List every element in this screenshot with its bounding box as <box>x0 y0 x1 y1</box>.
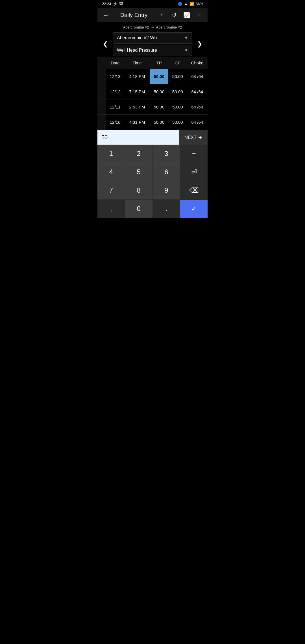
row-cp: 50.00 <box>168 99 187 115</box>
col-rownum <box>97 57 106 69</box>
key-9[interactable]: 9 <box>153 181 180 199</box>
key-−[interactable]: − <box>180 145 208 163</box>
breadcrumb-from: Abercrombie #2 <box>123 25 149 29</box>
row-cp: 50.00 <box>168 84 187 99</box>
key-0[interactable]: 0 <box>125 200 152 218</box>
key-6[interactable]: 6 <box>153 163 180 181</box>
row-date: 12/12 <box>106 84 125 99</box>
top-nav: ← Daily Entry + ↺ 📈 ≡ <box>97 8 208 22</box>
chart-icon: 📈 <box>183 12 190 18</box>
row-cp: 50.00 <box>168 115 187 130</box>
breadcrumb-arrow: → <box>151 25 154 29</box>
prev-button[interactable]: ❮ <box>100 34 111 54</box>
key-2[interactable]: 2 <box>125 145 152 163</box>
col-choke: Choke <box>187 57 208 69</box>
row-choke: 64 /64 <box>187 115 208 130</box>
table-row[interactable]: 12/104:31 PM50.0050.0064 /64 <box>97 115 208 130</box>
row-time: 4:31 PM <box>125 115 150 130</box>
well-dropdown-arrow: ▼ <box>184 36 188 40</box>
row-tp: 50.00 <box>150 99 168 115</box>
key-4[interactable]: 4 <box>97 163 125 181</box>
row-num <box>97 99 106 115</box>
key-✓[interactable]: ✓ <box>180 200 208 218</box>
row-num <box>97 69 106 84</box>
key-1[interactable]: 1 <box>97 145 125 163</box>
data-table: Date Time TP CP Choke 12/134:18 PM50.005… <box>97 57 208 130</box>
menu-button[interactable]: ≡ <box>194 10 204 20</box>
chart-button[interactable]: 📈 <box>182 10 192 20</box>
col-tp: TP <box>150 57 168 69</box>
table-row[interactable]: 12/112:53 PM50.0050.0064 /64 <box>97 99 208 115</box>
next-label: NEXT <box>184 135 197 140</box>
status-time: 22:24 <box>102 2 111 6</box>
measurement-dropdown[interactable]: Well Head Pressure ▼ <box>113 45 192 56</box>
signal-icon: 📶 <box>189 2 194 6</box>
next-nav-icon: ❯ <box>197 40 202 48</box>
well-dropdown[interactable]: Abercrombie #2 Wh ▼ <box>113 32 192 43</box>
lightning-icon: ⚡ <box>113 2 117 6</box>
row-choke: 64 /64 <box>187 99 208 115</box>
prev-icon: ❮ <box>103 40 108 48</box>
col-date: Date <box>106 57 125 69</box>
well-label: Abercrombie #2 Wh <box>117 35 157 40</box>
key-8[interactable]: 8 <box>125 181 152 199</box>
add-button[interactable]: + <box>157 10 167 20</box>
page-title: Daily Entry <box>113 12 154 18</box>
row-choke: 64 /64 <box>187 84 208 99</box>
breadcrumb-to: Abercrombie #2 <box>156 25 182 29</box>
status-bar: 22:24 ⚡ 🖼 🔵 ▲ 📶 86% <box>97 0 208 8</box>
row-date: 12/11 <box>106 99 125 115</box>
row-tp: 50.00 <box>150 115 168 130</box>
key-,[interactable]: , <box>97 200 125 218</box>
key-5[interactable]: 5 <box>125 163 152 181</box>
keyboard: 123−456⏎789⌫,0.✓ <box>97 145 208 218</box>
row-tp: 50.00 <box>150 69 168 84</box>
entry-input[interactable] <box>97 130 179 145</box>
back-icon: ← <box>103 12 109 18</box>
row-time: 2:53 PM <box>125 99 150 115</box>
measurement-dropdown-arrow: ▼ <box>184 48 188 53</box>
undo-button[interactable]: ↺ <box>169 10 179 20</box>
input-row: NEXT ➜ <box>97 130 208 145</box>
battery-level: 86% <box>196 2 203 6</box>
table-body: 12/134:18 PM50.0050.0064 /6412/127:15 PM… <box>97 69 208 130</box>
row-time: 7:15 PM <box>125 84 150 99</box>
key-3[interactable]: 3 <box>153 145 180 163</box>
add-icon: + <box>160 12 164 18</box>
menu-icon: ≡ <box>197 12 201 18</box>
row-time: 4:18 PM <box>125 69 150 84</box>
bluetooth-icon: 🔵 <box>178 2 182 6</box>
next-nav-button[interactable]: ❯ <box>194 34 205 54</box>
key-⌫[interactable]: ⌫ <box>180 181 208 199</box>
row-date: 12/10 <box>106 115 125 130</box>
gallery-icon: 🖼 <box>119 2 123 6</box>
col-time: Time <box>125 57 150 69</box>
breadcrumb: Abercrombie #2 → Abercrombie #2 <box>97 22 208 31</box>
row-cp: 50.00 <box>168 69 187 84</box>
next-arrow: ➜ <box>198 135 202 140</box>
next-button[interactable]: NEXT ➜ <box>179 130 208 145</box>
dropdown-row: ❮ Abercrombie #2 Wh ▼ Well Head Pressure… <box>97 31 208 57</box>
table-row[interactable]: 12/134:18 PM50.0050.0064 /64 <box>97 69 208 84</box>
dropdown-group: Abercrombie #2 Wh ▼ Well Head Pressure ▼ <box>113 32 192 56</box>
key-⏎[interactable]: ⏎ <box>180 163 208 181</box>
table-header-row: Date Time TP CP Choke <box>97 57 208 69</box>
key-7[interactable]: 7 <box>97 181 125 199</box>
row-num <box>97 115 106 130</box>
row-num <box>97 84 106 99</box>
key-.[interactable]: . <box>153 200 180 218</box>
undo-icon: ↺ <box>172 12 177 18</box>
measurement-label: Well Head Pressure <box>117 48 157 53</box>
col-cp: CP <box>168 57 187 69</box>
wifi-icon: ▲ <box>184 2 188 6</box>
back-button[interactable]: ← <box>101 10 111 20</box>
row-date: 12/13 <box>106 69 125 84</box>
row-choke: 64 /64 <box>187 69 208 84</box>
row-tp: 50.00 <box>150 84 168 99</box>
table-row[interactable]: 12/127:15 PM50.0050.0064 /64 <box>97 84 208 99</box>
